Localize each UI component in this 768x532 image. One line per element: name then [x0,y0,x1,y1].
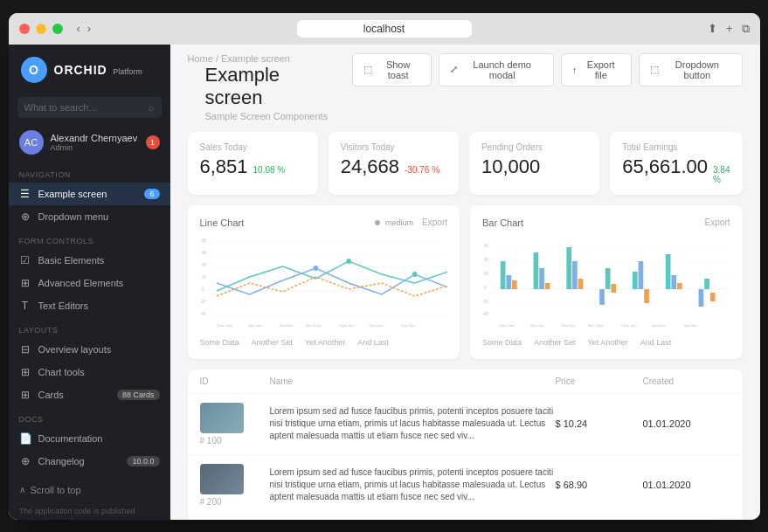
svg-rect-40 [545,283,550,289]
breadcrumb: Home / Example screen [188,53,352,64]
show-toast-button[interactable]: ⬚ Show toast [352,53,432,86]
advanced-elements-icon: ⊞ [19,277,31,289]
documentation-icon: 📄 [19,432,31,445]
svg-text:6am-9am: 6am-9am [279,322,293,327]
cards-count-badge: 88 Cards [117,390,160,400]
main-content: Home / Example screen Example screen Sam… [170,45,760,520]
changelog-version-badge: 10.0.0 [127,456,159,466]
browser-actions: ⬆ + ⧉ [708,22,750,36]
svg-rect-41 [566,247,571,289]
launch-modal-label: Launch demo modal [462,59,543,80]
col-header-name: Name [270,377,556,386]
data-table: ID Name Price Created # 100 Lorem ipsum … [188,370,743,520]
app-body: O ORCHID Platform ⌕ AC Alexandr Chernyae… [9,45,760,520]
svg-rect-47 [633,272,638,289]
sidebar-item-text-editors[interactable]: T Text Editors [9,294,170,317]
forward-button[interactable]: › [87,22,91,35]
series-label-0: Some Data [200,338,239,347]
bar-series-label-1: Another Set [534,338,576,347]
stat-card-earnings: Total Earnings 65,661.00 3.84 % [610,132,742,195]
bar-series-label-2: Yet Another [588,338,628,347]
svg-rect-35 [501,261,506,289]
table-id-1: # 200 [200,497,270,507]
user-profile[interactable]: AC Alexandr Chernyaev Admin 1 [9,123,170,162]
stat-value-visitors: 24,668 -30.76 % [341,155,446,178]
svg-text:80: 80 [201,238,206,242]
modal-icon: ⤢ [450,64,458,75]
search-input[interactable] [17,97,162,118]
launch-modal-button[interactable]: ⤢ Launch demo modal [439,53,554,86]
sidebar: O ORCHID Platform ⌕ AC Alexandr Chernyae… [9,45,170,520]
logo-icon: O [21,57,47,83]
avatar: AC [19,130,44,155]
sidebar-item-dropdown-menu[interactable]: ⊕ Dropdown menu [9,205,170,228]
back-button[interactable]: ‹ [77,22,80,35]
export-icon: ↑ [572,65,578,75]
table-image-1 [200,464,244,494]
stat-number-orders: 10,000 [481,155,540,178]
notification-badge[interactable]: 1 [146,135,160,149]
search-icon: ⌕ [149,102,155,113]
table-row: # 200 Lorem ipsum sed ad fusce faucibus … [188,455,743,516]
svg-text:60: 60 [201,250,206,254]
svg-rect-39 [539,268,544,289]
basic-elements-icon: ☑ [19,254,31,266]
share-icon[interactable]: ⬆ [708,22,717,36]
search-container: ⌕ [17,97,162,118]
stats-row: Sales Today 6,851 10.08 % Visitors Today… [170,132,760,205]
logo-name: ORCHID [54,63,107,77]
svg-rect-48 [639,261,644,289]
svg-rect-38 [534,252,539,289]
browser-nav: ‹ › [77,22,92,35]
breadcrumb-home[interactable]: Home [188,53,213,64]
sidebar-item-cards[interactable]: ⊞ Cards 88 Cards [9,383,170,406]
sidebar-item-overview-layouts[interactable]: ⊟ Overview layouts [9,338,170,361]
svg-rect-37 [512,280,517,289]
stat-change-earnings: 3.84 % [713,165,730,184]
svg-rect-51 [671,275,676,289]
sidebar-item-basic-elements[interactable]: ☑ Basic Elements [9,249,170,272]
line-chart-series-labels: Some Data Another Set Yet Another And La… [200,338,448,347]
svg-text:12pm-3pm: 12pm-3pm [621,322,637,327]
sidebar-item-changelog[interactable]: ⊕ Changelog 10.0.0 [9,450,170,473]
close-button[interactable] [19,24,30,34]
app-window: ‹ › localhost ⬆ + ⧉ O ORCHID Platform ⌕ [9,13,760,520]
svg-text:40: 40 [484,257,489,261]
series-label-1: Another Set [252,338,294,347]
svg-text:20: 20 [484,271,489,275]
svg-point-14 [313,266,318,271]
svg-text:6am-9am: 6am-9am [562,322,576,327]
form-section-label: Form controls [9,228,170,249]
svg-text:-20: -20 [200,299,206,303]
bar-chart-export[interactable]: Export [705,218,730,227]
sidebar-item-label: Dropdown menu [38,211,109,222]
svg-text:3pm-6pm: 3pm-6pm [652,322,666,327]
stat-label-earnings: Total Earnings [622,142,730,152]
svg-rect-52 [677,283,682,289]
table-price-1: $ 68.90 [556,480,643,490]
maximize-button[interactable] [52,24,63,34]
col-header-created: Created [643,377,730,386]
sidebar-item-example-screen[interactable]: ☰ Example screen 6 [9,183,170,205]
sidebar-footer: ∧ Scroll to top The application code is … [9,473,170,520]
windows-icon[interactable]: ⧉ [742,22,750,36]
bar-chart-svg: 60 40 20 0 -20 -40 [482,235,730,331]
line-chart-svg: 80 60 40 20 0 -20 -40 [200,235,448,331]
svg-text:9am-12pm: 9am-12pm [588,322,604,327]
url-bar[interactable]: localhost [297,20,472,38]
cards-icon: ⊞ [19,389,31,401]
stat-value-sales: 6,851 10.08 % [200,155,306,178]
sidebar-item-documentation[interactable]: 📄 Documentation [9,427,170,450]
add-tab-icon[interactable]: + [726,22,733,36]
sidebar-item-advanced-elements[interactable]: ⊞ Advanced Elements [9,272,170,294]
sidebar-item-chart-tools[interactable]: ⊞ Chart tools [9,361,170,383]
svg-text:3pm-6pm: 3pm-6pm [369,322,383,327]
minimize-button[interactable] [36,24,46,34]
col-header-id: ID [200,377,270,386]
scroll-to-top[interactable]: ∧ Scroll to top [19,481,160,499]
dropdown-button[interactable]: ⬚ Dropdown button [639,53,742,86]
svg-text:12pm-3pm: 12pm-3pm [338,322,354,327]
line-chart-export[interactable]: Export [422,218,447,227]
user-name: Alexandr Chernyaev [51,133,139,143]
export-file-button[interactable]: ↑ Export file [561,53,633,86]
